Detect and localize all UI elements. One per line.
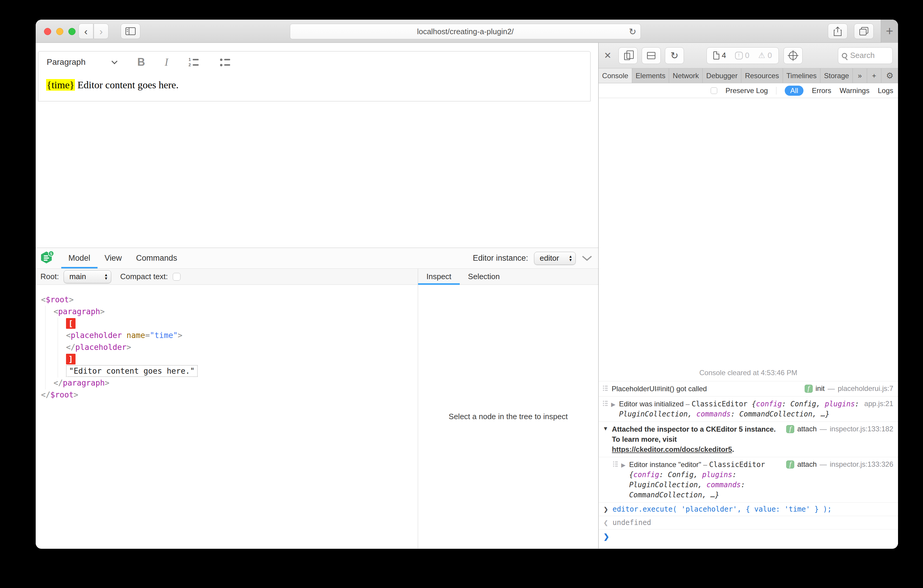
filter-all[interactable]: All [785,85,803,96]
reload-icon[interactable]: ↻ [629,26,636,37]
filter-errors[interactable]: Errors [812,87,831,95]
console-message-text: Editor instance "editor" – ClassicEditor… [629,460,782,500]
collapse-inspector-icon[interactable] [581,255,592,261]
tree-token-br: > [100,307,105,316]
pane-tab-inspect[interactable]: Inspect [418,269,460,284]
console-row: ▶Editor instance "editor" – ClassicEdito… [599,457,898,503]
devtools-search-field[interactable]: Search [838,47,893,64]
disclosure-closed-icon[interactable]: ▶ [611,401,616,408]
devtools-tab-storage[interactable]: Storage [820,68,853,83]
pane-tab-selection[interactable]: Selection [460,269,508,284]
inspector-tab-commands[interactable]: Commands [129,248,184,268]
inspector-header: 5 ModelViewCommands Editor instance: edi… [36,248,598,269]
source-location-link[interactable]: inspector.js:133:326 [830,460,893,468]
zoom-window-button[interactable] [68,28,76,35]
tab-overview-button[interactable] [854,23,874,39]
devtools-tab-resources[interactable]: Resources [741,68,783,83]
tree-token-tag: placeholder [71,331,122,340]
console-segment: { [752,400,756,408]
tree-node[interactable]: "Editor content goes here." [41,365,418,377]
root-select[interactable]: main ▲▼ [64,270,111,283]
detach-button[interactable] [619,47,637,64]
tree-token-tag: paragraph [63,378,105,388]
sidebar-toggle-button[interactable] [121,23,140,39]
disclosure-open-icon[interactable]: ▼ [603,425,608,432]
editor-instance-select[interactable]: editor ▲▼ [534,252,576,265]
filter-warnings[interactable]: Warnings [839,87,869,95]
disclosure-closed-icon[interactable]: ▶ [621,462,626,468]
editor-instance-label: Editor instance: [473,254,528,263]
heading-dropdown[interactable]: Paragraph [47,57,118,67]
tree-node[interactable]: ] [41,353,418,365]
tree-token-tag: placeholder [75,343,126,351]
source-location-link[interactable]: inspector.js:133:182 [830,425,893,433]
inspector-tab-model[interactable]: Model [61,248,97,268]
inspector-tab-view[interactable]: View [97,248,129,268]
close-window-button[interactable] [44,28,51,35]
minimize-window-button[interactable] [56,28,63,35]
console-row-icons: ▶ [603,399,616,409]
console-prompt-row[interactable]: ❯ [599,529,898,549]
add-tab-button[interactable]: + [867,68,881,83]
devtools-tab-console[interactable]: Console [599,68,632,83]
tree-node[interactable]: <paragraph> [41,305,418,317]
devtools-tab-network[interactable]: Network [669,68,703,83]
devtools-tab-debugger[interactable]: Debugger [703,68,741,83]
reload-page-button[interactable]: ↻ [665,47,684,64]
function-badge-icon: f [786,460,794,468]
tree-node[interactable]: [ [41,317,418,329]
forward-button[interactable]: › [94,23,108,39]
italic-button[interactable]: I [165,56,168,68]
function-name: init [816,384,825,393]
web-page: Paragraph B I 1 2 [36,43,598,549]
console-row: ▼Attached the inspector to a CKEditor 5 … [599,422,898,457]
console-segment: Attached the inspector to a CKEditor 5 i… [612,425,776,443]
editor-editable-area[interactable]: {time} Editor content goes here. [38,73,591,101]
source-location-link[interactable]: app.js:21 [864,399,893,408]
tree-node[interactable]: <$root> [41,294,418,305]
inspector-pane-tabs: InspectSelection [418,269,598,285]
console-link[interactable]: https://ckeditor.com/docs/ckeditor5 [612,445,732,453]
result-arrow-icon: ❮ [603,519,608,526]
console-segment: . [732,445,734,453]
address-bar[interactable]: localhost/creating-a-plugin2/ ↻ [290,24,641,39]
tree-node[interactable]: <placeholder name="time"> [41,329,418,341]
console-filter-bar: Preserve Log AllErrorsWarningsLogs [599,83,898,98]
share-button[interactable] [828,23,847,39]
element-picker-button[interactable] [783,47,803,64]
devtools-tab-elements[interactable]: Elements [632,68,669,83]
filter-logs[interactable]: Logs [878,87,893,95]
console-segment: plugins [825,400,855,408]
tree-node[interactable]: </paragraph> [41,377,418,389]
new-tab-button[interactable]: + [881,20,898,43]
tree-node[interactable]: </placeholder> [41,341,418,353]
error-count: ! 0 [735,51,749,60]
numbered-list-button[interactable]: 1 2 [188,57,200,67]
source-location-link[interactable]: placeholderui.js:7 [838,384,893,393]
placeholder-widget[interactable]: {time} [46,79,75,91]
devtools-tab-timelines[interactable]: Timelines [783,68,821,83]
forward-icon: › [99,26,103,37]
web-inspector: ✕ ↻ 4 ! 0 ⚠ 0 [598,43,898,549]
settings-gear-icon[interactable]: ⚙ [881,68,898,83]
console-row-icons [603,384,608,393]
resource-summary-group[interactable]: 4 ! 0 ⚠ 0 [706,47,779,64]
bold-button[interactable]: B [137,56,145,68]
preserve-log-checkbox[interactable] [711,87,717,94]
input-prompt-icon: ❯ [603,506,608,513]
back-button[interactable]: ‹ [79,23,94,39]
dock-button[interactable] [642,47,661,64]
ckeditor-logo: 5 [40,251,54,266]
tree-node[interactable]: </$root> [41,389,418,401]
tab-overflow-button[interactable]: » [853,68,867,83]
bulleted-list-button[interactable] [220,57,232,67]
browser-window: ‹ › localhost/creating-a-plugin2/ ↻ [36,20,898,549]
compact-text-checkbox[interactable] [173,273,181,281]
console-result-value: undefined [613,519,651,527]
console-segment: : Config, [782,400,825,408]
console-result-row: ❮ undefined [599,516,898,529]
close-devtools-button[interactable]: ✕ [604,50,611,61]
model-tree: <$root><paragraph>[<placeholder name="ti… [36,285,418,549]
bulleted-list-icon [220,57,232,67]
inspector-tabs: ModelViewCommands [61,248,184,268]
